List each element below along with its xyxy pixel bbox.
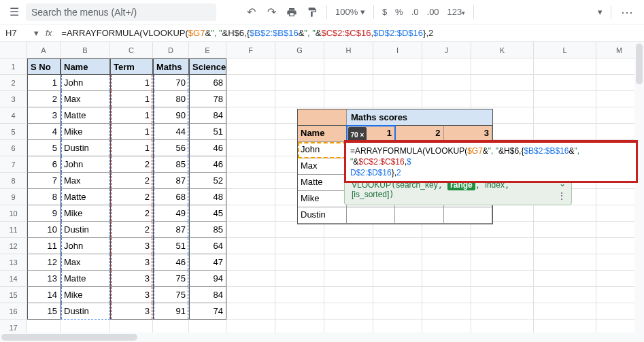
cell[interactable]: [373, 58, 422, 75]
cell[interactable]: [275, 75, 324, 91]
row-header[interactable]: 2: [0, 75, 27, 91]
cell[interactable]: Mike: [61, 205, 110, 222]
cell[interactable]: 2: [110, 156, 153, 173]
row-header[interactable]: 7: [0, 156, 27, 173]
col-header[interactable]: L: [534, 42, 596, 58]
cell[interactable]: 91: [153, 303, 189, 320]
cell[interactable]: [534, 205, 596, 222]
cell[interactable]: 52: [189, 173, 226, 189]
cell[interactable]: [534, 303, 596, 320]
col-header[interactable]: E: [189, 42, 226, 58]
lookup-name[interactable]: Matte: [298, 175, 347, 191]
row-header[interactable]: 11: [0, 222, 27, 238]
cell[interactable]: [324, 287, 373, 303]
row-header[interactable]: 12: [0, 238, 27, 254]
cell[interactable]: [275, 58, 324, 75]
cell[interactable]: 3: [110, 238, 153, 254]
cell[interactable]: 84: [189, 107, 226, 124]
col-header[interactable]: F: [226, 42, 275, 58]
cell[interactable]: 1: [110, 75, 153, 91]
cell[interactable]: 75: [153, 287, 189, 303]
cell[interactable]: [534, 58, 596, 75]
cell[interactable]: 1: [110, 91, 153, 107]
cell[interactable]: [373, 238, 422, 254]
hint-more-icon[interactable]: ⋮: [558, 191, 566, 201]
zoom-dropdown[interactable]: 100% ▾: [333, 7, 368, 17]
cell[interactable]: [422, 287, 471, 303]
cell[interactable]: [471, 271, 534, 287]
cell[interactable]: [534, 124, 596, 140]
cell[interactable]: [275, 303, 324, 320]
cell[interactable]: Dustin: [61, 303, 110, 320]
paint-format-icon[interactable]: [303, 3, 321, 21]
cell[interactable]: 2: [110, 189, 153, 205]
cell[interactable]: [226, 156, 275, 173]
row-header[interactable]: 3: [0, 91, 27, 107]
cell[interactable]: [534, 287, 596, 303]
cell[interactable]: 45: [189, 205, 226, 222]
lookup-name[interactable]: Dustin: [298, 207, 347, 224]
cell[interactable]: 3: [110, 254, 153, 271]
cell[interactable]: 75: [153, 271, 189, 287]
col-header[interactable]: D: [153, 42, 189, 58]
cell[interactable]: [275, 91, 324, 107]
cell[interactable]: 90: [153, 107, 189, 124]
cell[interactable]: Max: [61, 254, 110, 271]
col-header[interactable]: C: [110, 42, 153, 58]
cell[interactable]: [226, 205, 275, 222]
row-header[interactable]: 6: [0, 140, 27, 156]
cell[interactable]: Science: [189, 58, 226, 75]
row-header[interactable]: 5: [0, 124, 27, 140]
cell[interactable]: [226, 58, 275, 75]
lookup-name[interactable]: Max: [298, 158, 347, 175]
row-header[interactable]: 1: [0, 58, 27, 75]
cell[interactable]: [275, 254, 324, 271]
cell[interactable]: 14: [27, 287, 61, 303]
cell[interactable]: 70: [153, 75, 189, 91]
cell[interactable]: 1: [110, 124, 153, 140]
cell[interactable]: 12: [27, 254, 61, 271]
lookup-name[interactable]: Mike: [298, 191, 347, 207]
cell[interactable]: [373, 271, 422, 287]
name-box[interactable]: H7: [0, 28, 34, 38]
row-header[interactable]: 9: [0, 189, 27, 205]
cell[interactable]: 87: [153, 173, 189, 189]
format-currency[interactable]: $: [379, 7, 390, 17]
cell[interactable]: 2: [110, 205, 153, 222]
cell[interactable]: 87: [153, 222, 189, 238]
undo-icon[interactable]: ↶: [242, 3, 260, 21]
cell[interactable]: 46: [189, 140, 226, 156]
cell[interactable]: 3: [110, 303, 153, 320]
cell[interactable]: [226, 303, 275, 320]
cell[interactable]: [534, 75, 596, 91]
menu-search[interactable]: Search the menus (Alt+/): [26, 3, 216, 21]
cell[interactable]: 56: [153, 140, 189, 156]
dec-increase[interactable]: .00: [424, 7, 442, 17]
spreadsheet-grid[interactable]: A B C D E F G H I J K L M 1S NoNameTermM…: [0, 42, 644, 336]
cell[interactable]: [226, 189, 275, 205]
cell[interactable]: 84: [189, 287, 226, 303]
cell[interactable]: [373, 254, 422, 271]
cell[interactable]: [226, 254, 275, 271]
cell[interactable]: 46: [189, 156, 226, 173]
format-more[interactable]: 123▾: [445, 7, 469, 17]
cell[interactable]: 85: [153, 156, 189, 173]
cell[interactable]: [226, 287, 275, 303]
cell[interactable]: [226, 173, 275, 189]
cell[interactable]: [324, 303, 373, 320]
toolbar-more-icon[interactable]: ⋯: [617, 5, 639, 20]
cell[interactable]: 7: [27, 173, 61, 189]
cell[interactable]: [226, 91, 275, 107]
format-percent[interactable]: %: [392, 7, 406, 17]
cell[interactable]: [471, 254, 534, 271]
cell[interactable]: 80: [153, 91, 189, 107]
col-header[interactable]: K: [471, 42, 534, 58]
row-header[interactable]: 8: [0, 173, 27, 189]
cell[interactable]: [373, 287, 422, 303]
cell[interactable]: [422, 58, 471, 75]
cell[interactable]: Matte: [61, 107, 110, 124]
cell[interactable]: 51: [153, 238, 189, 254]
cell[interactable]: 64: [189, 238, 226, 254]
cell[interactable]: Max: [61, 173, 110, 189]
cell[interactable]: [275, 238, 324, 254]
